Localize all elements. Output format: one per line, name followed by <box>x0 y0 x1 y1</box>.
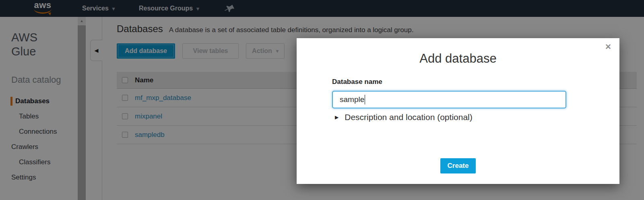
database-name-label: Database name <box>332 78 382 86</box>
expander-label: Description and location (optional) <box>345 112 473 122</box>
database-name-input[interactable]: sample <box>332 91 566 108</box>
close-icon[interactable]: ✕ <box>605 43 611 51</box>
description-location-expander[interactable]: ▶ Description and location (optional) <box>335 112 473 122</box>
modal-title: Add database <box>297 51 619 66</box>
database-name-value: sample <box>340 95 364 104</box>
text-cursor <box>365 95 365 104</box>
create-button[interactable]: Create <box>440 158 476 173</box>
disclosure-right-icon: ▶ <box>335 114 339 120</box>
add-database-modal: ✕ Add database Database name sample ▶ De… <box>297 38 619 184</box>
